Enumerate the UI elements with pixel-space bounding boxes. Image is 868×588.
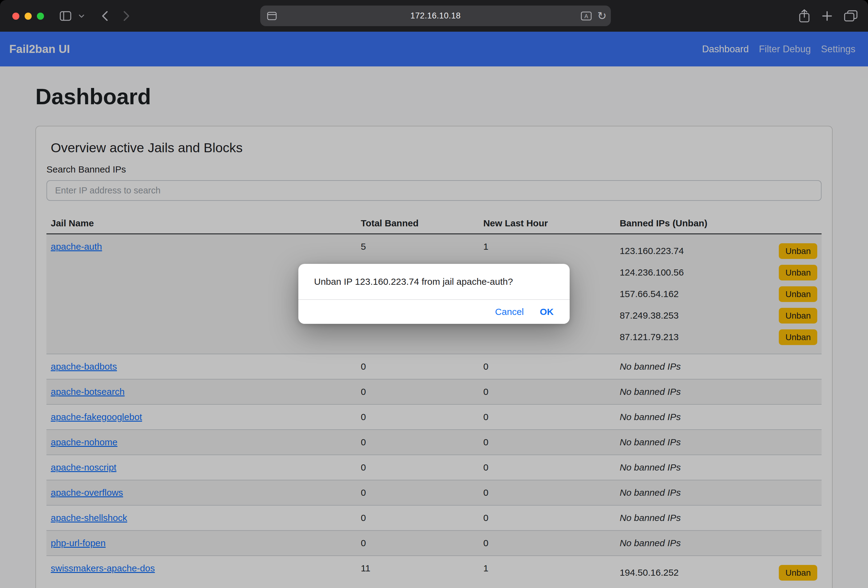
- sidebar-icon: [60, 11, 71, 21]
- share-icon: [798, 9, 810, 23]
- confirm-dialog: Unban IP 123.160.223.74 from jail apache…: [298, 264, 570, 324]
- browser-chrome: 172.16.10.18 A ↻: [0, 0, 868, 32]
- chevron-right-icon: [123, 10, 130, 22]
- back-button[interactable]: [101, 10, 108, 22]
- new-tab-button[interactable]: [821, 10, 833, 22]
- translate-icon[interactable]: A: [581, 11, 592, 22]
- chevron-down-icon: [79, 15, 84, 18]
- minimize-window-button[interactable]: [25, 13, 32, 20]
- tab-overview-button[interactable]: [844, 10, 858, 22]
- ok-button[interactable]: OK: [540, 307, 554, 317]
- zoom-window-button[interactable]: [37, 13, 44, 20]
- sidebar-menu-button[interactable]: [79, 15, 84, 18]
- forward-button[interactable]: [123, 10, 130, 22]
- close-window-button[interactable]: [12, 13, 19, 20]
- dialog-actions: Cancel OK: [298, 300, 570, 324]
- url-text: 172.16.10.18: [260, 6, 611, 26]
- dialog-message: Unban IP 123.160.223.74 from jail apache…: [298, 264, 570, 300]
- cancel-button[interactable]: Cancel: [495, 307, 524, 317]
- window-controls: [12, 13, 44, 20]
- new-tab-icon: [821, 10, 833, 22]
- reload-icon[interactable]: ↻: [597, 6, 607, 26]
- chevron-left-icon: [101, 10, 108, 22]
- share-button[interactable]: [798, 9, 810, 23]
- url-field[interactable]: 172.16.10.18 A ↻: [260, 6, 611, 26]
- sidebar-toggle-button[interactable]: [60, 11, 71, 21]
- tab-overview-icon: [844, 10, 858, 22]
- svg-text:A: A: [585, 13, 588, 19]
